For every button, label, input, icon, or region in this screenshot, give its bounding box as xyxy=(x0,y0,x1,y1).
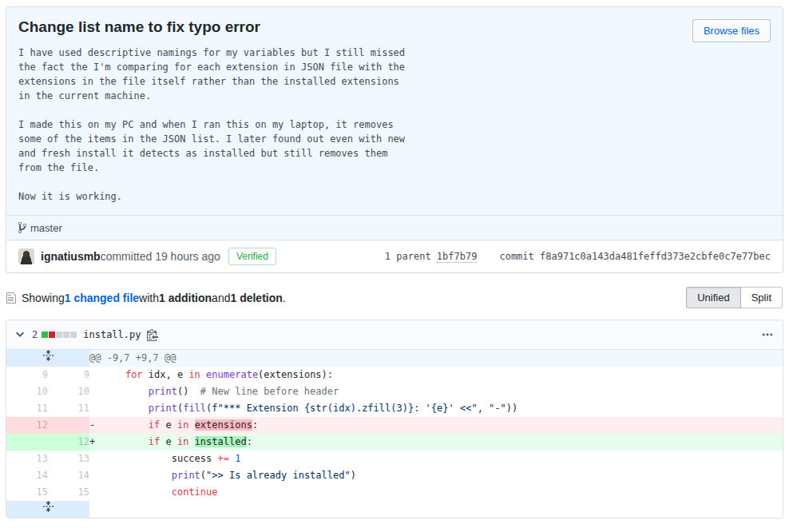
diff-row-context: 1313 success += 1 xyxy=(6,451,783,467)
unified-view-button[interactable]: Unified xyxy=(686,287,740,308)
expand-diff-icon[interactable] xyxy=(6,501,89,518)
commit-title: Change list name to fix typo error xyxy=(6,7,783,39)
code-line: - if e in extensions: xyxy=(89,417,783,434)
code-token: : xyxy=(252,419,258,431)
diffstat-block-added xyxy=(42,332,48,338)
deletions-count: 1 deletion xyxy=(230,292,282,304)
new-line-number[interactable]: 13 xyxy=(48,451,89,467)
code-token xyxy=(102,436,149,447)
code-token: e xyxy=(160,436,177,447)
parent-label: 1 parent xyxy=(385,251,437,262)
diff-row-del: 12- if e in extensions: xyxy=(6,417,783,434)
commit-hashes: 1 parent 1bf7b79 commit f8a971c0a143da48… xyxy=(385,251,771,262)
old-line-number[interactable]: 14 xyxy=(6,467,48,484)
browse-files-button[interactable]: Browse files xyxy=(692,19,771,42)
old-line-number[interactable] xyxy=(6,434,48,451)
code-token: # New line before header xyxy=(200,386,339,397)
line-marker: + xyxy=(89,434,102,451)
expand-diff-icon[interactable] xyxy=(6,350,89,367)
diffstat-block-neutral xyxy=(70,332,77,338)
old-line-number[interactable]: 10 xyxy=(6,383,48,400)
file-name-link[interactable]: install.py xyxy=(83,329,141,340)
line-marker: - xyxy=(89,417,102,434)
git-branch-icon xyxy=(18,221,26,234)
code-line: + if e in installed: xyxy=(89,434,783,451)
code-line: success += 1 xyxy=(89,451,783,467)
diff-view-switch: Unified Split xyxy=(686,287,783,308)
code-token: idx, e xyxy=(143,369,189,380)
code-token: in xyxy=(188,369,200,380)
code-token xyxy=(200,369,206,380)
new-line-number[interactable]: 14 xyxy=(48,467,89,484)
kebab-menu-icon[interactable] xyxy=(762,328,773,341)
code-token xyxy=(102,369,125,380)
code-token: success xyxy=(102,453,218,464)
diff-row-hunk: @@ -9,7 +9,7 @@ xyxy=(6,350,783,367)
old-line-number[interactable]: 15 xyxy=(6,484,48,501)
code-token: print xyxy=(149,403,177,414)
code-line: continue xyxy=(89,484,783,501)
diff-row-context: 1010 print() # New line before header xyxy=(6,383,783,400)
diffstat-blocks xyxy=(42,332,77,338)
code-token: continue xyxy=(172,486,218,498)
author-name[interactable]: ignatiusmb xyxy=(41,250,101,263)
old-line-number[interactable]: 13 xyxy=(6,451,48,467)
branch-name[interactable]: master xyxy=(30,222,62,234)
code-token: for xyxy=(125,369,143,380)
new-line-number[interactable]: 15 xyxy=(48,484,89,501)
file-changes-count: 2 xyxy=(32,329,38,340)
code-token: print xyxy=(172,470,200,481)
commit-summary-box: Change list name to fix typo error Brows… xyxy=(6,6,783,273)
new-line-number[interactable]: 12 xyxy=(48,434,89,451)
diff-row-context: 1515 continue xyxy=(6,484,783,501)
code-line: for idx, e in enumerate(extensions): xyxy=(89,367,783,383)
diff-table-body: @@ -9,7 +9,7 @@99 for idx, e in enumerat… xyxy=(6,350,783,518)
code-token: print xyxy=(149,386,177,397)
code-token: )) xyxy=(506,403,517,414)
diff-row-context: 1111 print(fill(f"*** Extension {str(idx… xyxy=(6,400,783,417)
parent-info: 1 parent 1bf7b79 xyxy=(385,251,478,262)
changed-files-link[interactable]: 1 changed file xyxy=(65,292,139,304)
commit-description: I have used descriptive namings for my v… xyxy=(6,39,783,215)
code-token: e xyxy=(160,419,177,431)
copy-file-path-icon[interactable] xyxy=(147,328,158,341)
code-line: print(">> Is already installed") xyxy=(89,467,783,484)
parent-hash-link[interactable]: 1bf7b79 xyxy=(437,251,478,263)
old-line-number[interactable]: 9 xyxy=(6,367,48,383)
diff-row-add: 12+ if e in installed: xyxy=(6,434,783,451)
code-token: in xyxy=(177,436,188,447)
with-text: with xyxy=(139,292,159,304)
code-token: () xyxy=(177,386,200,397)
expand-row-blank xyxy=(89,501,783,518)
commit-label: commit xyxy=(499,251,540,262)
new-line-number[interactable]: 9 xyxy=(48,367,89,383)
code-token: , xyxy=(478,403,489,414)
additions-count: 1 addition xyxy=(159,292,212,304)
code-token: if xyxy=(149,419,160,431)
new-line-number[interactable]: 11 xyxy=(48,400,89,417)
old-line-number[interactable]: 11 xyxy=(6,400,48,417)
branch-row: master xyxy=(6,215,783,240)
code-line: print() # New line before header xyxy=(89,383,783,400)
committed-time: committed 19 hours ago xyxy=(101,250,220,263)
code-token xyxy=(102,486,172,498)
author-avatar[interactable] xyxy=(18,248,34,264)
file-diff-box: 2 install.py @@ -9,7 +9,7 @@99 for idx, … xyxy=(6,320,783,518)
new-line-number[interactable]: 10 xyxy=(48,383,89,400)
code-token xyxy=(102,419,149,431)
code-line: print(fill(f"*** Extension {str(idx).zfi… xyxy=(89,400,783,417)
old-line-number[interactable]: 12 xyxy=(6,417,48,434)
code-token: 1 xyxy=(235,453,240,464)
code-token: f"*** Extension {str(idx).zfill(3)}: '{e… xyxy=(212,403,477,414)
hunk-header-text: @@ -9,7 +9,7 @@ xyxy=(89,350,783,367)
code-token: "-" xyxy=(489,403,506,414)
code-token: fill xyxy=(183,403,206,414)
code-token: if xyxy=(149,436,160,447)
split-view-button[interactable]: Split xyxy=(741,287,783,308)
chevron-down-icon[interactable] xyxy=(16,328,24,341)
code-token: installed xyxy=(195,436,247,447)
new-line-number[interactable] xyxy=(48,417,89,434)
verified-badge[interactable]: Verified xyxy=(228,248,276,265)
code-token: in xyxy=(177,419,188,431)
code-token: += xyxy=(218,453,229,464)
